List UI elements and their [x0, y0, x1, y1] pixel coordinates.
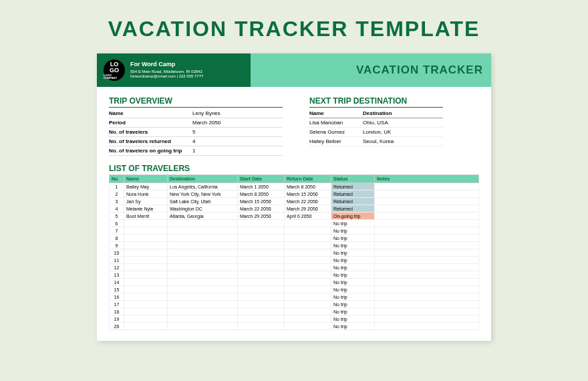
title-panel: VACATION TRACKER: [251, 53, 491, 87]
table-row: 1Bailey MayLos Angeles, CaliforniaMarch …: [110, 183, 479, 190]
next-trip-row: Selena GomezLondon, UK: [309, 128, 443, 137]
table-row: 4Melanie NyleWashington DCMarch 22 2050M…: [110, 205, 479, 213]
page-title: VACATION TRACKER TEMPLATE: [108, 17, 480, 41]
overview-row: No. of travelers5: [109, 128, 283, 137]
next-trip-section: NEXT TRIP DESTINATION Name Destination L…: [309, 96, 443, 156]
table-row: 10No trip: [110, 249, 479, 257]
next-trip-row: Hailey BeiberSeoul, Korea: [309, 137, 443, 146]
table-row: 13No trip: [110, 271, 479, 279]
table-row: 16No trip: [110, 293, 479, 301]
company-info: For Word Camp 554 E Main Road, Middletow…: [130, 61, 203, 80]
table-row: 8No trip: [110, 235, 479, 242]
table-row: 7No trip: [110, 227, 479, 235]
overview-row: No. of travelers on going trip1: [109, 146, 283, 156]
table-row: 9No trip: [110, 242, 479, 249]
document-body: TRIP OVERVIEW NameLeny BynesPeriodMarch …: [97, 87, 491, 334]
table-header-row: No Name Destination Start Date Return Da…: [110, 175, 479, 183]
next-trip-header: Name Destination: [309, 109, 443, 118]
company-address: 554 E Main Road, Middletown, RI 02842: [130, 70, 203, 75]
company-name: For Word Camp: [130, 61, 203, 69]
table-row: 2Nora HonkNew York City, New YorkMarch 8…: [110, 190, 479, 198]
table-row: 11No trip: [110, 257, 479, 264]
next-trip-row: Lisa ManobanOhio, USA: [309, 118, 443, 128]
travelers-title: LIST OF TRAVELERS: [109, 164, 479, 173]
travelers-table: No Name Destination Start Date Return Da…: [109, 174, 479, 330]
overview-row: PeriodMarch 2050: [109, 118, 283, 128]
table-row: 17No trip: [110, 301, 479, 308]
document-title: VACATION TRACKER: [356, 64, 483, 77]
table-row: 14No trip: [110, 279, 479, 286]
trip-overview-section: TRIP OVERVIEW NameLeny BynesPeriodMarch …: [109, 96, 283, 156]
company-panel: LO GO LOGO COMPANY For Word Camp 554 E M…: [97, 53, 251, 87]
table-row: 6No trip: [110, 220, 479, 227]
table-row: 18No trip: [110, 308, 479, 315]
document-header: LO GO LOGO COMPANY For Word Camp 554 E M…: [97, 53, 491, 87]
overview-title: TRIP OVERVIEW: [109, 96, 283, 108]
company-contact: forwordcamp@zmail.com | 222 555 7777: [130, 74, 203, 80]
table-row: 19No trip: [110, 315, 479, 323]
table-row: 15No trip: [110, 286, 479, 293]
overview-row: NameLeny Bynes: [109, 109, 283, 118]
table-row: 5Boot MerritAtlanta, GeorgiaMarch 29 205…: [110, 213, 479, 220]
table-row: 12No trip: [110, 264, 479, 271]
table-row: 3Jan SySalt Lake City, UtahMarch 15 2050…: [110, 198, 479, 205]
logo-icon: LO GO LOGO COMPANY: [104, 59, 125, 81]
next-trip-title: NEXT TRIP DESTINATION: [309, 96, 443, 108]
overview-row: No. of travelers returned4: [109, 137, 283, 146]
table-row: 20No trip: [110, 323, 479, 330]
spreadsheet-document: LO GO LOGO COMPANY For Word Camp 554 E M…: [97, 53, 491, 341]
